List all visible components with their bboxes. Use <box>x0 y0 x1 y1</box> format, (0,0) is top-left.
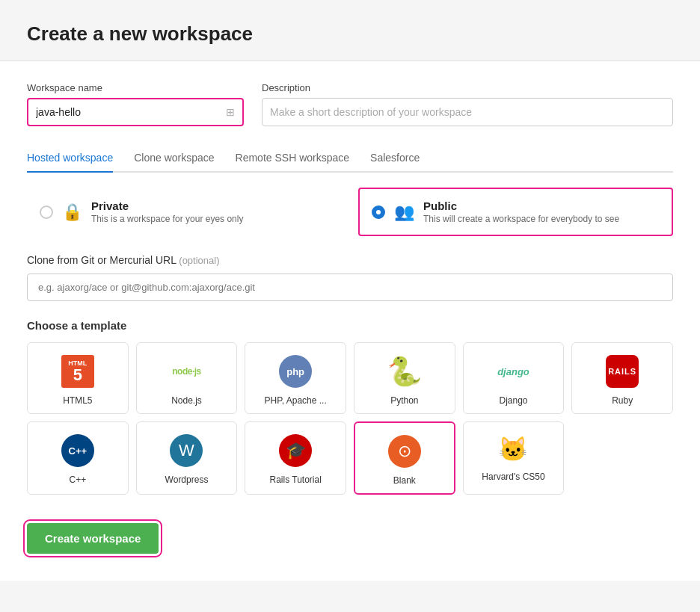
private-text: Private This is a workspace for your eye… <box>91 200 243 224</box>
template-cpp-label: C++ <box>69 475 86 485</box>
template-html5[interactable]: HTML 5 HTML5 <box>27 342 129 414</box>
clone-url-input[interactable] <box>27 273 673 301</box>
harvard-icon: 🐱 <box>497 433 529 466</box>
clone-url-label: Clone from Git or Mercurial URL (optiona… <box>27 254 673 266</box>
private-desc: This is a workspace for your eyes only <box>91 214 243 224</box>
description-input-wrap[interactable] <box>262 98 673 126</box>
template-section-label: Choose a template <box>27 319 673 332</box>
template-php-label: PHP, Apache ... <box>265 395 327 406</box>
template-rails-tutorial[interactable]: 🎓 Rails Tutorial <box>245 421 346 495</box>
tab-hosted[interactable]: Hosted workspace <box>27 144 113 173</box>
workspace-type-tabs: Hosted workspace Clone workspace Remote … <box>27 144 673 173</box>
template-ruby[interactable]: RAILS Ruby <box>571 342 673 414</box>
workspace-name-group: Workspace name ⊞ <box>27 82 244 126</box>
page-header: Create a new workspace <box>0 0 700 61</box>
ruby-icon: RAILS <box>604 353 640 389</box>
template-cpp[interactable]: C++ C++ <box>27 421 129 495</box>
public-text: Public This will create a workspace for … <box>423 200 619 224</box>
template-python[interactable]: 🐍 Python <box>354 342 455 414</box>
template-ruby-label: Ruby <box>612 395 633 406</box>
visibility-public[interactable]: 👥 Public This will create a workspace fo… <box>358 188 673 236</box>
template-harvard[interactable]: 🐱 Harvard's CS50 <box>463 421 565 495</box>
template-django-label: Django <box>499 395 527 406</box>
empty-cell <box>571 421 673 495</box>
template-php[interactable]: php PHP, Apache ... <box>245 342 346 414</box>
template-rails-label: Rails Tutorial <box>269 475 321 485</box>
template-row-1: HTML 5 HTML5 node·js Node.js php PHP, Ap… <box>27 342 673 414</box>
description-input[interactable] <box>270 106 665 118</box>
input-icon: ⊞ <box>226 106 235 118</box>
workspace-name-input[interactable] <box>36 106 226 118</box>
template-harvard-label: Harvard's CS50 <box>482 472 544 482</box>
template-django[interactable]: django Django <box>463 342 565 414</box>
form-row-name-desc: Workspace name ⊞ Description <box>27 82 673 126</box>
template-blank-label: Blank <box>393 475 416 486</box>
template-nodejs[interactable]: node·js Node.js <box>136 342 238 414</box>
template-blank[interactable]: ⊙ Blank <box>354 421 455 495</box>
visibility-row: 🔒 Private This is a workspace for your e… <box>27 188 673 236</box>
nodejs-icon: node·js <box>168 353 204 389</box>
template-wordpress[interactable]: W Wordpress <box>136 421 238 495</box>
rails-tutorial-icon: 🎓 <box>277 433 313 469</box>
tab-salesforce[interactable]: Salesforce <box>370 144 420 173</box>
template-html5-label: HTML5 <box>63 395 92 406</box>
public-desc: This will create a workspace for everybo… <box>423 214 619 224</box>
template-section: Choose a template HTML 5 HTML5 node·js N… <box>27 319 673 495</box>
radio-private[interactable] <box>40 205 53 219</box>
workspace-name-label: Workspace name <box>27 82 244 93</box>
description-group: Description <box>262 82 673 126</box>
page-title: Create a new workspace <box>27 22 673 46</box>
create-workspace-button[interactable]: Create workspace <box>27 523 159 554</box>
public-label: Public <box>423 200 619 212</box>
cpp-icon: C++ <box>60 433 96 469</box>
django-icon: django <box>495 353 531 389</box>
private-label: Private <box>91 200 243 212</box>
description-label: Description <box>262 82 673 93</box>
template-row-2: C++ C++ W Wordpress 🎓 Rails Tutorial ⊙ <box>27 421 673 495</box>
wordpress-icon: W <box>168 433 204 469</box>
tab-clone[interactable]: Clone workspace <box>134 144 214 173</box>
optional-label: (optional) <box>179 255 219 266</box>
template-python-label: Python <box>390 395 418 406</box>
lock-icon: 🔒 <box>62 203 82 222</box>
group-icon: 👥 <box>394 203 414 222</box>
php-icon: php <box>277 353 313 389</box>
visibility-private[interactable]: 🔒 Private This is a workspace for your e… <box>27 188 340 236</box>
main-content: Workspace name ⊞ Description Hosted work… <box>0 61 700 581</box>
workspace-name-input-wrap[interactable]: ⊞ <box>27 98 244 126</box>
template-wordpress-label: Wordpress <box>165 475 209 485</box>
python-icon: 🐍 <box>387 353 423 389</box>
blank-icon: ⊙ <box>387 433 423 469</box>
tab-remote-ssh[interactable]: Remote SSH workspace <box>236 144 350 173</box>
radio-public[interactable] <box>372 205 385 219</box>
html5-icon: HTML 5 <box>60 353 96 389</box>
template-nodejs-label: Node.js <box>171 395 202 406</box>
clone-url-section: Clone from Git or Mercurial URL (optiona… <box>27 254 673 319</box>
